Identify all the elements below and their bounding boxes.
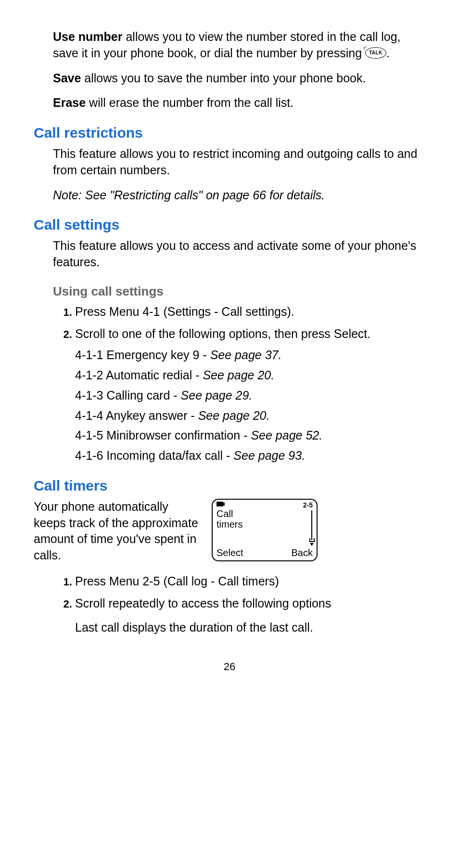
screen-left-softkey: Select (217, 547, 243, 558)
call-settings-step-1: Press Menu 4-1 (Settings - Call settings… (75, 303, 425, 320)
call-settings-body: This feature allows you to access and ac… (53, 238, 425, 271)
settings-ref-6: 4-1-6 Incoming data/fax call - See page … (75, 448, 425, 464)
call-restrictions-body: This feature allows you to restrict inco… (53, 146, 425, 179)
scroll-indicator-icon (310, 510, 314, 546)
save-label: Save (53, 71, 81, 85)
screen-line-2: timers (217, 519, 313, 530)
last-call-label: Last call (75, 621, 119, 634)
call-restrictions-note: Note: See "Restricting calls" on page 66… (53, 187, 425, 204)
call-timers-step-1: Press Menu 2-5 (Call log - Call timers) (75, 572, 425, 590)
call-timers-heading: Call timers (34, 478, 425, 494)
call-timers-intro: Your phone automatically keeps track of … (34, 499, 202, 572)
battery-icon (217, 502, 223, 506)
settings-ref-1: 4-1-1 Emergency key 9 - See page 37. (75, 347, 425, 363)
screen-right-softkey: Back (292, 547, 313, 558)
screen-menu-number: 2-5 (303, 502, 313, 508)
call-settings-step-2: Scroll to one of the following options, … (75, 325, 425, 342)
talk-key-icon: TALK (365, 47, 386, 59)
call-settings-steps: Press Menu 4-1 (Settings - Call settings… (53, 303, 425, 343)
call-settings-heading: Call settings (34, 217, 425, 233)
erase-label: Erase (53, 96, 86, 109)
settings-ref-2: 4-1-2 Automatic redial - See page 20. (75, 367, 425, 384)
save-paragraph: Save allows you to save the number into … (53, 70, 425, 87)
call-timers-steps: Press Menu 2-5 (Call log - Call timers) … (53, 572, 425, 636)
screen-line-1: Call (217, 508, 313, 519)
use-number-paragraph: Use number allows you to view the number… (53, 29, 425, 62)
using-call-settings-heading: Using call settings (53, 284, 425, 299)
phone-screen-illustration: 2-5 Call timers Select Back (212, 499, 318, 561)
settings-ref-5: 4-1-5 Minibrowser confirmation - See pag… (75, 428, 425, 444)
erase-paragraph: Erase will erase the number from the cal… (53, 95, 425, 111)
settings-ref-3: 4-1-3 Calling card - See page 29. (75, 388, 425, 404)
call-restrictions-heading: Call restrictions (34, 125, 425, 141)
call-timers-step-2: Scroll repeatedly to access the followin… (75, 595, 425, 636)
page-number: 26 (34, 661, 425, 673)
use-number-label: Use number (53, 30, 122, 43)
settings-ref-4: 4-1-4 Anykey answer - See page 20. (75, 408, 425, 424)
